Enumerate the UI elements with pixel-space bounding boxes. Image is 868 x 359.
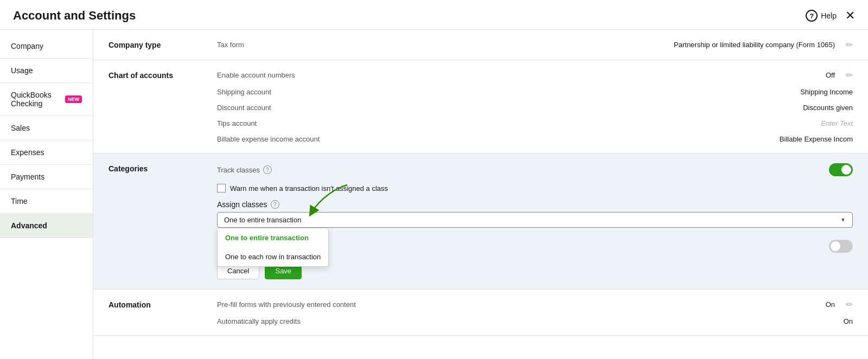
- chart-of-accounts-section: Chart of accounts Enable account numbers…: [93, 60, 868, 153]
- sidebar-item-usage[interactable]: Usage: [0, 59, 93, 83]
- sidebar-item-advanced[interactable]: Advanced: [0, 214, 93, 238]
- track-classes-label-group: Track classes ?: [217, 165, 272, 174]
- chart-of-accounts-row: Chart of accounts Enable account numbers…: [93, 60, 868, 153]
- track-classes-row: Track classes ?: [217, 163, 853, 176]
- prefill-forms-row: Pre-fill forms with previously entered c…: [217, 299, 853, 310]
- auto-apply-credits-row: Automatically apply credits On: [217, 317, 853, 325]
- company-type-label: Company type: [108, 40, 217, 49]
- enable-account-numbers-name: Enable account numbers: [217, 71, 295, 79]
- discount-account-value: Discounts given: [803, 104, 853, 112]
- tips-account-name: Tips account: [217, 119, 257, 127]
- sidebar-item-company[interactable]: Company: [0, 34, 93, 59]
- discount-account-row: Discount account Discounts given: [217, 104, 853, 112]
- close-button[interactable]: ✕: [845, 9, 855, 23]
- sidebar: Company Usage QuickBooks Checking NEW Sa…: [0, 30, 93, 359]
- automation-edit-icon[interactable]: ✏: [846, 299, 853, 310]
- dropdown-option-entire-transaction[interactable]: One to entire transaction: [218, 228, 328, 247]
- warn-label: Warn me when a transaction isn't assigne…: [230, 184, 388, 193]
- assign-classes-dropdown-container: One to entire transaction ▼ One to entir…: [217, 212, 853, 228]
- dropdown-arrow-icon: ▼: [840, 217, 846, 223]
- tax-form-row: Tax form Partnership or limited liabilit…: [217, 40, 853, 50]
- help-label: Help: [821, 11, 837, 20]
- main-layout: Company Usage QuickBooks Checking NEW Sa…: [0, 30, 868, 359]
- enable-account-numbers-row: Enable account numbers Off ✏: [217, 70, 853, 80]
- tips-account-value: Enter Text: [821, 119, 853, 127]
- sidebar-label-company: Company: [11, 42, 43, 50]
- automation-label: Automation: [108, 299, 217, 309]
- categories-label: Categories: [108, 163, 217, 173]
- track-classes-toggle[interactable]: [829, 163, 853, 176]
- sidebar-label-quickbooks: QuickBooks Checking: [11, 91, 61, 108]
- track-classes-toggle-track: [829, 163, 853, 176]
- sidebar-label-sales: Sales: [11, 124, 30, 132]
- sidebar-label-usage: Usage: [11, 66, 33, 75]
- page-container: Account and Settings ? Help ✕ Company Us…: [0, 0, 868, 359]
- prefill-forms-name: Pre-fill forms with previously entered c…: [217, 300, 356, 309]
- sidebar-label-time: Time: [11, 197, 28, 206]
- sidebar-item-quickbooks-checking[interactable]: QuickBooks Checking NEW: [0, 83, 93, 116]
- help-circle-icon: ?: [806, 10, 818, 22]
- chart-of-accounts-label: Chart of accounts: [108, 70, 217, 80]
- warn-checkbox[interactable]: [217, 184, 226, 193]
- sidebar-item-expenses[interactable]: Expenses: [0, 140, 93, 165]
- automation-content: Pre-fill forms with previously entered c…: [217, 299, 853, 325]
- categories-section: Categories Track classes ?: [93, 153, 868, 290]
- sidebar-item-time[interactable]: Time: [0, 189, 93, 214]
- track-classes-toggle-thumb: [841, 165, 851, 175]
- track-locations-toggle-thumb: [831, 241, 840, 251]
- dropdown-selected-value: One to entire transaction: [224, 216, 301, 224]
- sidebar-item-payments[interactable]: Payments: [0, 165, 93, 189]
- assign-classes-help-icon[interactable]: ?: [271, 200, 279, 209]
- content-area: Company type Tax form Partnership or lim…: [93, 30, 868, 359]
- shipping-account-name: Shipping account: [217, 88, 271, 96]
- automation-row: Automation Pre-fill forms with previousl…: [93, 290, 868, 335]
- company-type-edit-icon[interactable]: ✏: [846, 40, 853, 50]
- help-button[interactable]: ? Help: [806, 10, 837, 22]
- auto-apply-credits-name: Automatically apply credits: [217, 317, 301, 325]
- company-type-section: Company type Tax form Partnership or lim…: [93, 30, 868, 60]
- shipping-account-value: Shipping Income: [800, 88, 853, 96]
- automation-section: Automation Pre-fill forms with previousl…: [93, 290, 868, 336]
- sidebar-label-expenses: Expenses: [11, 148, 44, 157]
- shipping-account-row: Shipping account Shipping Income: [217, 88, 853, 96]
- discount-account-name: Discount account: [217, 104, 271, 112]
- company-type-row: Company type Tax form Partnership or lim…: [93, 30, 868, 60]
- billable-expense-value: Billable Expense Incom: [780, 135, 853, 143]
- header-actions: ? Help ✕: [806, 9, 855, 23]
- company-type-content: Tax form Partnership or limited liabilit…: [217, 40, 853, 50]
- track-locations-toggle-track: [829, 240, 853, 253]
- tips-account-row: Tips account Enter Text: [217, 119, 853, 127]
- assign-classes-label: Assign classes: [217, 200, 267, 209]
- tax-form-name: Tax form: [217, 41, 244, 49]
- dropdown-option-each-row[interactable]: One to each row in transaction: [218, 247, 328, 266]
- assign-classes-dropdown-menu: One to entire transaction One to each ro…: [217, 228, 329, 267]
- track-classes-label: Track classes: [217, 166, 260, 174]
- assign-classes-group: Assign classes ? One to entire transacti…: [217, 200, 853, 228]
- sidebar-label-payments: Payments: [11, 172, 44, 181]
- sidebar-label-advanced: Advanced: [11, 221, 47, 230]
- track-locations-toggle[interactable]: [829, 240, 853, 253]
- enable-account-numbers-value: Off: [826, 71, 835, 79]
- sidebar-item-sales[interactable]: Sales: [0, 116, 93, 140]
- header: Account and Settings ? Help ✕: [0, 0, 868, 30]
- track-classes-help-icon[interactable]: ?: [263, 165, 272, 174]
- auto-apply-credits-value: On: [844, 317, 853, 325]
- chart-of-accounts-content: Enable account numbers Off ✏ Shipping ac…: [217, 70, 853, 143]
- tax-form-value: Partnership or limited liability company…: [674, 41, 835, 49]
- chart-of-accounts-edit-icon[interactable]: ✏: [846, 70, 853, 80]
- warn-checkbox-row[interactable]: Warn me when a transaction isn't assigne…: [217, 184, 853, 193]
- categories-row: Categories Track classes ?: [93, 153, 868, 289]
- page-title: Account and Settings: [13, 9, 136, 23]
- categories-content: Track classes ? W: [217, 163, 853, 279]
- prefill-forms-value: On: [826, 300, 835, 309]
- assign-classes-dropdown[interactable]: One to entire transaction ▼: [217, 212, 853, 228]
- new-badge: NEW: [65, 95, 82, 103]
- assign-classes-label-row: Assign classes ?: [217, 200, 853, 209]
- billable-expense-name: Billable expense income account: [217, 135, 320, 143]
- billable-expense-row: Billable expense income account Billable…: [217, 135, 853, 143]
